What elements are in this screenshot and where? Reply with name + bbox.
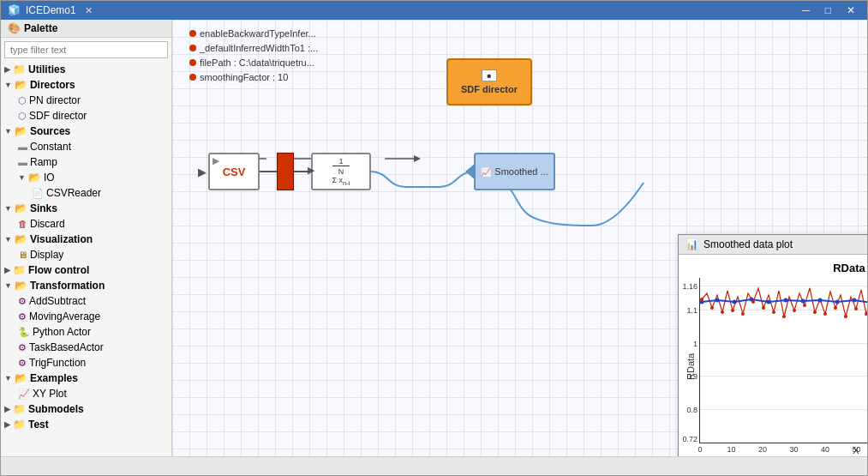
rdot-11 <box>813 310 817 314</box>
rdot-12 <box>823 312 827 316</box>
folder-submodels-icon: 📁 <box>13 403 26 415</box>
tree-group-directors[interactable]: ▼ 📂 Directors <box>1 77 171 93</box>
y-tick-09: 0.9 <box>686 372 700 381</box>
test-label: Test <box>28 419 49 431</box>
filter-input[interactable] <box>4 41 168 58</box>
y-tick-116: 1.16 <box>682 282 700 291</box>
canvas-area[interactable]: enableBackwardTypeInfer... _defaultInfer… <box>172 20 867 456</box>
trans-children: ⚙ AddSubtract ⚙ MovingAverage 🐍 Python A… <box>1 293 171 371</box>
csv-block[interactable]: ▶ CSV <box>208 153 260 190</box>
expand-submodels: ▶ <box>4 405 10 413</box>
tree-group-flow-control[interactable]: ▶ 📁 Flow control <box>1 262 171 278</box>
minimize-btn[interactable]: ─ <box>797 4 815 16</box>
tree-group-test[interactable]: ▶ 📁 Test <box>1 417 171 432</box>
gate-block[interactable] <box>277 153 294 190</box>
prop-dot-1 <box>189 30 196 37</box>
movingaverage-icon: ⚙ <box>18 311 27 322</box>
plot-window-icon: 📊 <box>685 238 698 250</box>
tree-item-sdf-director[interactable]: ⬡ SDF director <box>15 108 171 124</box>
rdot-13 <box>834 306 837 310</box>
y-tick-11: 1.1 <box>686 306 700 315</box>
prop-dot-4 <box>189 74 196 81</box>
csv-left-arrow: ▶ <box>198 166 207 178</box>
csv-label: CSV <box>223 166 246 178</box>
prop-line-3: filePath : C:\data\triquetru... <box>189 57 318 68</box>
python-actor-icon: 🐍 <box>18 327 30 338</box>
plot-content: RData RData 1.16 1.1 1 0.9 0.8 0.7 <box>679 255 867 456</box>
rdot-6 <box>762 306 765 310</box>
dot-2 <box>733 300 737 304</box>
sdf-box-icon: ■ <box>482 69 497 81</box>
examples-label: Examples <box>30 372 78 384</box>
smoothed-block[interactable]: 📈 Smoothed ... <box>474 153 555 190</box>
tree-group-submodels[interactable]: ▶ 📁 Submodels <box>1 401 171 417</box>
io-label: IO <box>44 172 55 184</box>
plot-window-title: Smoothed data plot <box>703 238 867 250</box>
tree-group-transformation[interactable]: ▼ 📂 Transformation <box>1 278 171 293</box>
rdot-5 <box>751 300 755 304</box>
sources-label: Sources <box>30 125 70 137</box>
tree-item-xyplot[interactable]: 📈 XY Plot <box>15 386 171 401</box>
sinks-label: Sinks <box>30 202 57 214</box>
folder-flow-icon: 📁 <box>13 264 26 276</box>
avg-block[interactable]: 1 N Σ xn-i <box>311 153 371 190</box>
tree-group-sources[interactable]: ▼ 📂 Sources <box>1 124 171 139</box>
maximize-btn[interactable]: □ <box>820 4 836 16</box>
expand-utilities: ▶ <box>4 65 10 74</box>
taskbasedactor-label: TaskBasedActor <box>29 341 104 353</box>
tree-item-ramp[interactable]: ▬ Ramp <box>15 154 171 170</box>
title-close[interactable]: ✕ <box>85 5 93 16</box>
tree-group-io[interactable]: ▼ 📂 IO <box>15 170 171 185</box>
submodels-label: Submodels <box>28 403 84 415</box>
display-icon: 🖥 <box>18 250 27 260</box>
x-axis-label: X <box>699 445 867 455</box>
tree-item-constant[interactable]: ▬ Constant <box>15 139 171 154</box>
rdot-2 <box>721 310 724 314</box>
dot-6 <box>801 299 805 304</box>
x-tick-40: 40 <box>821 445 829 455</box>
y-tick-08: 0.8 <box>686 406 700 414</box>
tree-item-pn-director[interactable]: ⬡ PN director <box>15 93 171 108</box>
smoothed-icon: 📈 <box>481 167 491 177</box>
tree-group-sinks[interactable]: ▼ 📂 Sinks <box>1 201 171 216</box>
tree-item-trigfunction[interactable]: ⚙ TrigFunction <box>15 355 171 371</box>
left-panel: 🎨 Palette ▶ 📁 Utilities ▼ 📂 Directors <box>1 20 172 456</box>
directors-label: Directors <box>30 79 75 91</box>
tree-item-taskbasedactor[interactable]: ⚙ TaskBasedActor <box>15 340 171 355</box>
expand-flow: ▶ <box>4 266 10 274</box>
folder-test-icon: 📁 <box>13 419 26 431</box>
csv-container: ▶ ▶ CSV <box>198 153 260 190</box>
tree-item-addsubtract[interactable]: ⚙ AddSubtract <box>15 293 171 309</box>
close-btn[interactable]: ✕ <box>841 4 860 16</box>
dot-4 <box>767 300 771 304</box>
sources-children: ▬ Constant ▬ Ramp ▼ 📂 IO 📄 <box>1 139 171 201</box>
tree-item-python-actor[interactable]: 🐍 Python Actor <box>15 324 171 340</box>
rdot-15 <box>854 307 858 310</box>
vis-children: 🖥 Display <box>1 247 171 262</box>
xyplot-icon: 📈 <box>18 389 30 400</box>
tree-item-display[interactable]: 🖥 Display <box>15 247 171 262</box>
pn-director-icon: ⬡ <box>18 95 27 106</box>
tree-group-utilities[interactable]: ▶ 📁 Utilities <box>1 62 171 77</box>
flow-area: ▶ ▶ CSV ▶ 1 N <box>198 153 555 190</box>
movingaverage-label: MovingAverage <box>29 310 100 322</box>
tree-container: ▶ 📁 Utilities ▼ 📂 Directors ⬡ PN directo… <box>1 62 171 456</box>
expand-trans: ▼ <box>4 281 12 290</box>
smoothed-label: Smoothed ... <box>494 166 548 177</box>
chart-title: RData <box>685 262 867 274</box>
expand-examples: ▼ <box>4 374 12 383</box>
raw-line <box>702 288 867 340</box>
tree-group-visualization[interactable]: ▼ 📂 Visualization <box>1 232 171 247</box>
tree-group-examples[interactable]: ▼ 📂 Examples <box>1 371 171 386</box>
pn-director-label: PN director <box>29 94 81 106</box>
folder-directors-icon: 📂 <box>15 79 27 91</box>
connector-2: ▶ <box>294 171 311 172</box>
tree-item-discard[interactable]: 🗑 Discard <box>15 216 171 232</box>
sdf-director-box[interactable]: ■ SDF director <box>446 58 532 105</box>
tree-item-csvreader[interactable]: 📄 CSVReader <box>28 185 171 201</box>
tree-item-movingaverage[interactable]: ⚙ MovingAverage <box>15 309 171 324</box>
y-axis-label: RData <box>685 278 699 455</box>
rdot-14 <box>844 315 847 318</box>
smoothed-triangle <box>465 163 476 180</box>
taskbasedactor-icon: ⚙ <box>18 342 27 353</box>
